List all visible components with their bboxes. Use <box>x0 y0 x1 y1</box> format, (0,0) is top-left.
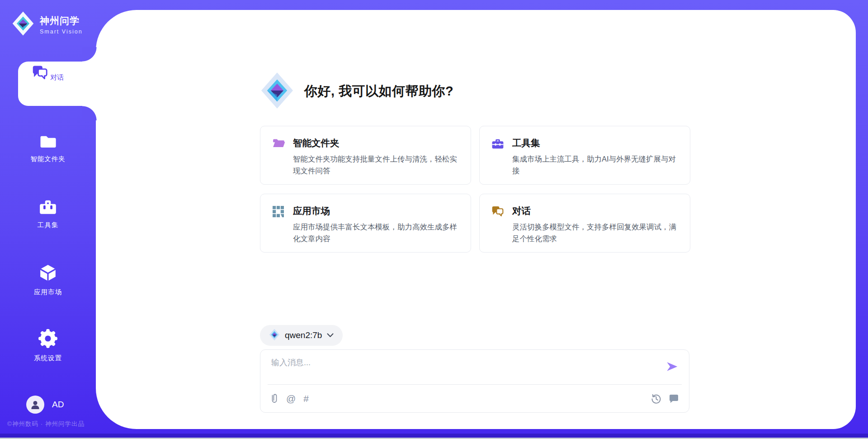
cube-icon <box>38 276 57 284</box>
gear-icon <box>38 342 58 350</box>
bottom-dark-strip <box>0 434 868 438</box>
topic-icon[interactable]: # <box>303 393 309 404</box>
brand-name: 神州问学 <box>40 14 83 27</box>
greeting-row: 你好, 我可以如何帮助你? <box>260 72 694 111</box>
sidebar-item-smart-folders[interactable]: 智能文件夹 <box>0 134 96 163</box>
sidebar-item-label: 智能文件夹 <box>0 155 96 163</box>
chat-icon <box>491 205 505 242</box>
sidebar-item-chat[interactable]: 对话 <box>18 64 77 82</box>
send-button[interactable] <box>665 360 679 374</box>
toolbox-icon <box>38 209 57 217</box>
model-selector[interactable]: qwen2:7b <box>260 325 343 346</box>
card-description: 应用市场提供丰富长文本模板，助力高效生成多样化文章内容 <box>293 221 459 244</box>
model-logo-diamond-icon <box>269 329 280 343</box>
feature-cards: 智能文件夹 智能文件夹功能支持批量文件上传与清洗，轻松实现文件问答 工具集 集成… <box>260 126 690 253</box>
card-title: 工具集 <box>512 137 678 149</box>
apps-grid-icon <box>272 205 286 242</box>
composer-toolbar: @ # <box>270 391 679 407</box>
history-icon[interactable] <box>651 393 662 405</box>
mention-icon[interactable]: @ <box>286 393 296 404</box>
sidebar-item-label: 对话 <box>50 73 64 81</box>
card-smart-folders[interactable]: 智能文件夹 智能文件夹功能支持批量文件上传与清洗，轻松实现文件问答 <box>260 126 471 185</box>
attachment-icon[interactable] <box>270 393 278 404</box>
card-title: 对话 <box>512 205 678 217</box>
card-app-market[interactable]: 应用市场 应用市场提供丰富长文本模板，助力高效生成多样化文章内容 <box>260 194 471 253</box>
chat-icon <box>31 73 50 81</box>
briefcase-icon <box>491 137 505 174</box>
comments-icon[interactable] <box>669 394 679 404</box>
card-title: 智能文件夹 <box>293 137 459 149</box>
tab-fillet-top <box>82 47 97 62</box>
card-title: 应用市场 <box>293 205 459 217</box>
sidebar-item-toolset[interactable]: 工具集 <box>0 198 96 229</box>
sidebar-item-label: 应用市场 <box>0 288 96 296</box>
message-composer: @ # <box>260 349 689 413</box>
card-toolset[interactable]: 工具集 集成市场上主流工具，助力AI与外界无缝扩展与对接 <box>479 126 690 185</box>
user-profile[interactable]: AD <box>26 396 64 414</box>
avatar <box>26 396 44 414</box>
sidebar-item-label: 工具集 <box>0 221 96 229</box>
card-description: 灵活切换多模型文件，支持多样回复效果调试，满足个性化需求 <box>512 221 678 244</box>
composer-divider <box>268 384 682 385</box>
user-initials: AD <box>52 400 64 410</box>
model-name: qwen2:7b <box>285 330 322 340</box>
brand-logo-diamond-icon <box>12 11 34 38</box>
tab-fillet-bottom <box>82 106 97 120</box>
card-description: 集成市场上主流工具，助力AI与外界无缝扩展与对接 <box>512 153 678 177</box>
sidebar-item-settings[interactable]: 系统设置 <box>0 329 96 363</box>
chevron-down-icon <box>327 331 334 339</box>
sidebar-item-app-market[interactable]: 应用市场 <box>0 263 96 296</box>
sidebar-item-label: 系统设置 <box>0 354 96 363</box>
card-description: 智能文件夹功能支持批量文件上传与清洗，轻松实现文件问答 <box>293 153 459 177</box>
copyright-text: ©神州数码 · 神州问学出品 <box>7 420 85 428</box>
greeting-title: 你好, 我可以如何帮助你? <box>304 82 453 100</box>
brand-subtitle: Smart Vision <box>40 29 83 35</box>
card-chat[interactable]: 对话 灵活切换多模型文件，支持多样回复效果调试，满足个性化需求 <box>479 194 690 253</box>
brand: 神州问学 Smart Vision <box>12 11 83 38</box>
folder-icon <box>39 143 57 151</box>
assistant-logo-diamond-icon <box>260 72 294 111</box>
message-input[interactable] <box>271 357 660 382</box>
folder-open-icon <box>272 137 286 174</box>
app-root: 神州问学 Smart Vision 对话 智能文件夹 <box>0 0 868 439</box>
